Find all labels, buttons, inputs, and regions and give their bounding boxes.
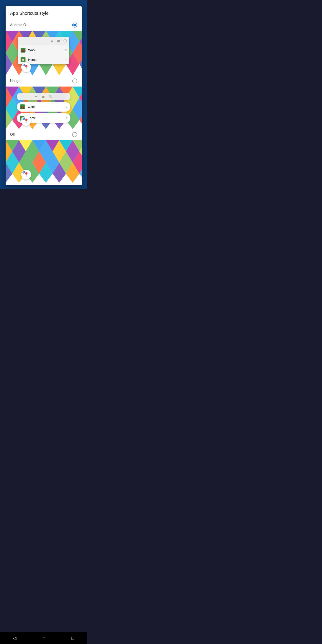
off-radio[interactable] [72, 132, 77, 137]
android-o-popup: ✏ ⊞ ⓘ 💼 Work ≡ 🏠 Home ≡ [18, 37, 69, 64]
nougat-preview: ✏ ⊞ ⓘ 💼 Work ≡ 🏠 Home ≡ 📍 [6, 86, 82, 129]
app-shortcuts-dialog: App Shortcuts style Android O [6, 6, 82, 185]
grid-icon: ⊞ [57, 39, 60, 43]
app-icon-o: 📍 G [21, 62, 31, 72]
nougat-label: Nougat [10, 79, 22, 83]
work-shortcut-o: 💼 Work ≡ [18, 46, 69, 55]
edit-icon-n: ✏ [35, 95, 38, 98]
off-label: Off [10, 132, 15, 137]
popup-toolbar-o: ✏ ⊞ ⓘ [18, 37, 69, 46]
work-label-n: Work [28, 105, 63, 109]
home-icon-o: 🏠 [20, 57, 26, 62]
option-android-o[interactable]: Android O [6, 20, 82, 31]
drag-handle-work-o: ≡ [65, 48, 67, 52]
android-o-label: Android O [10, 23, 26, 27]
info-icon-n: ⓘ [49, 94, 52, 98]
work-shortcut-n: 💼 Work ≡ [17, 102, 70, 112]
dialog-footer: USE DEFAULT OK [6, 183, 82, 185]
home-label-o: Home [28, 58, 62, 62]
home-label-n: Home [28, 116, 63, 120]
grid-icon-n: ⊞ [42, 95, 45, 98]
popup-toolbar-n: ✏ ⊞ ⓘ [17, 93, 70, 100]
android-o-radio[interactable] [72, 22, 77, 28]
nougat-radio[interactable] [72, 78, 77, 84]
dialog-title: App Shortcuts style [6, 6, 82, 20]
work-icon-o: 💼 [20, 48, 26, 52]
option-nougat[interactable]: Nougat [6, 75, 82, 86]
edit-icon: ✏ [51, 39, 54, 43]
work-icon-n: 💼 [20, 104, 25, 109]
drag-handle-home-o: ≡ [65, 58, 67, 61]
android-o-preview: ✏ ⊞ ⓘ 💼 Work ≡ 🏠 Home ≡ 📍 [6, 31, 82, 75]
info-icon: ⓘ [64, 39, 67, 43]
work-label-o: Work [28, 48, 62, 52]
off-preview: 📍 G [6, 140, 82, 183]
geo-background-off [6, 140, 82, 183]
app-icon-n: 📍 G [21, 116, 31, 126]
app-icon-off: 📍 G [21, 170, 31, 180]
drag-handle-home-n: ≡ [66, 116, 67, 120]
drag-handle-work-n: ≡ [66, 105, 67, 108]
option-off[interactable]: Off [6, 129, 82, 140]
dialog-overlay: App Shortcuts style Android O [0, 0, 87, 189]
